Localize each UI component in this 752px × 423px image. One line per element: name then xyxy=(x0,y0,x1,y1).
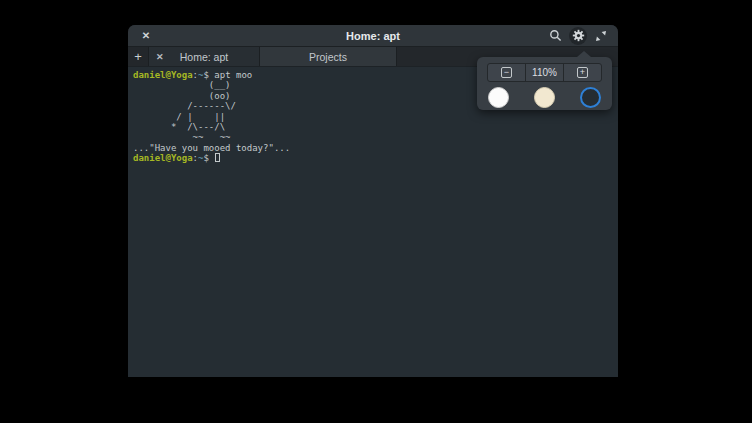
zoom-out-button[interactable]: − xyxy=(488,64,526,81)
search-button[interactable] xyxy=(546,27,564,45)
close-icon: ✕ xyxy=(142,30,150,41)
tab-close-icon[interactable]: ✕ xyxy=(156,52,164,62)
settings-popover: − 110% + xyxy=(477,57,612,110)
prompt-user-host: daniel@Yoga xyxy=(133,153,193,163)
terminal-prompt-line: daniel@Yoga:~$ xyxy=(133,153,618,163)
settings-button[interactable] xyxy=(569,27,587,45)
terminal-screen[interactable]: daniel@Yoga:~$ apt moo (__) (oo) /------… xyxy=(128,67,618,377)
tab-label: Projects xyxy=(260,51,396,63)
terminal-window: ✕ Home: apt xyxy=(128,25,618,377)
zoom-level: 110% xyxy=(526,64,563,81)
theme-selector xyxy=(477,82,612,108)
resize-expand-icon xyxy=(595,30,607,42)
zoom-in-icon: + xyxy=(577,67,588,78)
window-title: Home: apt xyxy=(128,30,618,42)
tab-projects[interactable]: Projects xyxy=(260,47,397,66)
command-text: apt moo xyxy=(214,70,252,80)
zoom-in-button[interactable]: + xyxy=(563,64,601,81)
titlebar: ✕ Home: apt xyxy=(128,25,618,47)
zoom-control: − 110% + xyxy=(487,63,602,82)
cow-art-line: * /\---/\ xyxy=(133,122,618,132)
new-tab-button[interactable]: + xyxy=(128,47,149,66)
moo-message: ..."Have you mooed today?"... xyxy=(133,143,618,153)
prompt-user-host: daniel@Yoga xyxy=(133,70,193,80)
prompt-dollar: $ xyxy=(203,153,214,163)
cow-art-line: / | || xyxy=(133,112,618,122)
cow-art-line: ~~ ~~ xyxy=(133,132,618,142)
theme-light-swatch[interactable] xyxy=(488,87,509,108)
theme-sepia-swatch[interactable] xyxy=(534,87,555,108)
theme-dark-swatch-selected[interactable] xyxy=(580,87,601,108)
desktop: ✕ Home: apt xyxy=(0,0,752,423)
search-icon xyxy=(549,29,562,42)
prompt-dollar: $ xyxy=(203,70,214,80)
gear-icon xyxy=(572,29,585,42)
window-close-button[interactable]: ✕ xyxy=(138,28,154,44)
terminal-cursor xyxy=(215,153,220,162)
zoom-out-icon: − xyxy=(501,67,512,78)
plus-icon: + xyxy=(134,49,142,64)
fullscreen-button[interactable] xyxy=(592,27,610,45)
tab-label: Home: apt xyxy=(149,51,259,63)
titlebar-actions xyxy=(546,27,618,45)
tab-home-apt[interactable]: ✕ Home: apt xyxy=(149,47,260,66)
